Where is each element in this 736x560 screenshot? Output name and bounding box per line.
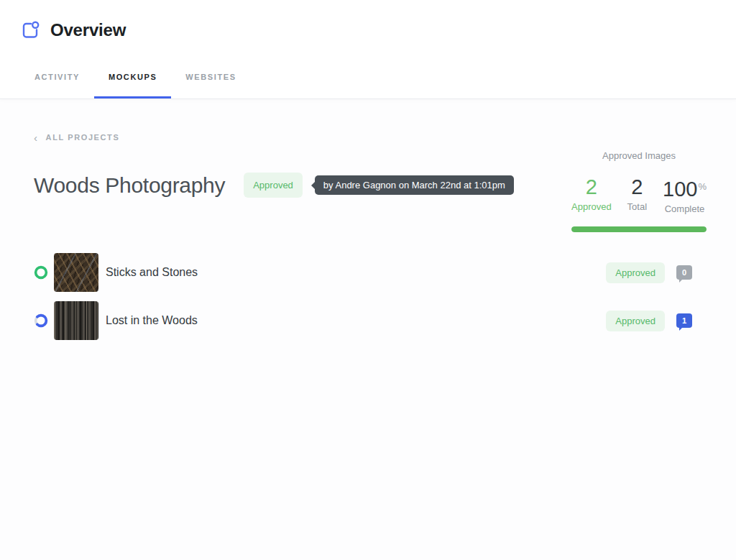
mockup-row-lost-in-the-woods[interactable]: Lost in the Woods Approved 1 xyxy=(34,301,692,340)
mockup-status-badge[interactable]: Approved xyxy=(606,262,665,283)
comment-count: 0 xyxy=(682,268,686,277)
mockup-list: Sticks and Stones Approved 0 Lost in the… xyxy=(34,253,692,349)
stat-total-value: 2 xyxy=(627,176,647,198)
approval-tooltip: by Andre Gagnon on March 22nd at 1:01pm xyxy=(315,175,514,195)
stat-approved-label: Approved xyxy=(571,201,612,212)
tab-mockups[interactable]: MOCKUPS xyxy=(94,73,171,98)
comment-count: 1 xyxy=(682,316,686,325)
progress-bar-track xyxy=(571,226,707,232)
breadcrumb-all-projects[interactable]: ‹ ALL PROJECTS xyxy=(34,133,119,142)
progress-bar-fill xyxy=(571,226,707,232)
comment-count-badge[interactable]: 1 xyxy=(676,313,692,328)
stat-approved-value: 2 xyxy=(571,176,612,198)
project-status-badge[interactable]: Approved xyxy=(244,173,303,198)
mockup-status-badge[interactable]: Approved xyxy=(606,311,665,331)
stat-complete: 100% Complete xyxy=(663,176,707,214)
project-name: Woods Photography xyxy=(34,173,225,198)
approved-ring-icon xyxy=(34,265,48,280)
partial-progress-ring-icon xyxy=(34,313,48,328)
stat-complete-label: Complete xyxy=(663,203,707,214)
overview-icon xyxy=(20,20,40,40)
stat-total-label: Total xyxy=(627,201,647,212)
content-area: ‹ ALL PROJECTS Woods Photography Approve… xyxy=(0,100,736,560)
stat-approved: 2 Approved xyxy=(571,176,612,214)
tab-websites[interactable]: WEBSITES xyxy=(171,73,250,98)
mockup-row-sticks-and-stones[interactable]: Sticks and Stones Approved 0 xyxy=(34,253,692,292)
app-window: Overview ACTIVITY MOCKUPS WEBSITES ‹ ALL… xyxy=(0,0,736,560)
top-header: Overview ACTIVITY MOCKUPS WEBSITES xyxy=(0,0,736,99)
stats-title: Approved Images xyxy=(571,150,707,161)
approved-images-stats: Approved Images 2 Approved 2 Total 100% … xyxy=(571,150,707,232)
mockup-thumbnail[interactable] xyxy=(54,253,98,292)
tab-activity[interactable]: ACTIVITY xyxy=(20,73,94,98)
mockup-name[interactable]: Sticks and Stones xyxy=(106,266,198,279)
stat-total: 2 Total xyxy=(627,176,647,214)
mockup-name[interactable]: Lost in the Woods xyxy=(106,314,198,327)
page-title: Overview xyxy=(50,20,126,40)
tab-bar: ACTIVITY MOCKUPS WEBSITES xyxy=(20,73,251,98)
chevron-left-icon: ‹ xyxy=(34,134,39,142)
stats-row: 2 Approved 2 Total 100% Complete xyxy=(571,176,707,214)
stat-complete-value: 100 xyxy=(663,178,697,201)
brand-row: Overview xyxy=(20,20,126,40)
mockup-thumbnail[interactable] xyxy=(54,301,98,340)
project-title-row: Woods Photography Approved by Andre Gagn… xyxy=(34,173,514,198)
stat-complete-unit: % xyxy=(698,181,707,192)
comment-count-badge[interactable]: 0 xyxy=(676,265,692,280)
breadcrumb-label: ALL PROJECTS xyxy=(46,133,120,142)
